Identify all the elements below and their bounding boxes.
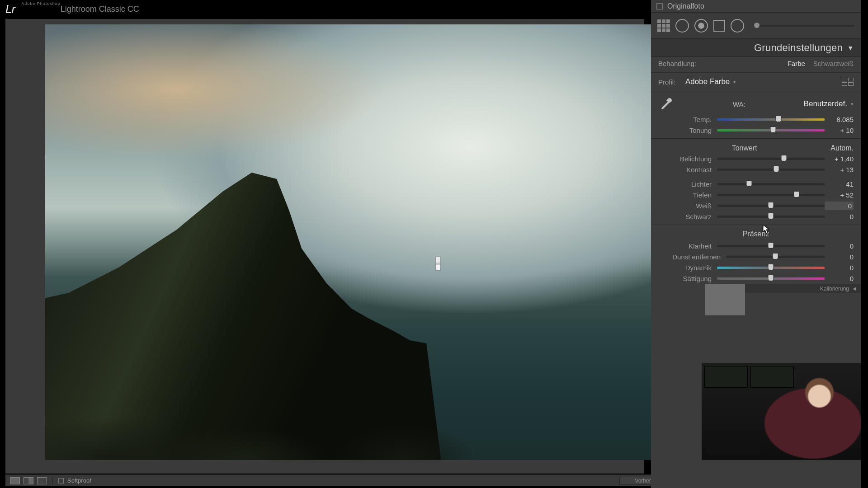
wb-value: Benutzerdef. bbox=[804, 99, 847, 108]
softproof-checkbox[interactable] bbox=[58, 478, 64, 483]
dropdown-icon: ▾ bbox=[851, 101, 854, 107]
clarity-label: Klarheit bbox=[658, 242, 717, 250]
tint-row: Tonung + 10 bbox=[651, 125, 861, 136]
whites-row: Weiß 0 bbox=[651, 200, 861, 211]
vibrance-slider[interactable] bbox=[717, 265, 825, 270]
image-canvas[interactable] bbox=[5, 19, 644, 474]
divider bbox=[52, 477, 53, 484]
temp-label: Temp. bbox=[658, 116, 717, 123]
highlights-row: Lichter – 41 bbox=[651, 178, 861, 189]
photo-foreground bbox=[45, 401, 698, 460]
tint-slider[interactable] bbox=[717, 128, 825, 132]
saturation-value[interactable]: 0 bbox=[825, 275, 854, 282]
temp-value[interactable]: 8.085 bbox=[825, 116, 854, 123]
clarity-slider[interactable] bbox=[717, 244, 825, 248]
tone-label: Tonwert bbox=[658, 144, 830, 152]
edited-photo[interactable] bbox=[45, 24, 698, 460]
dehaze-slider[interactable] bbox=[726, 254, 825, 259]
exposure-value[interactable]: + 1,40 bbox=[825, 155, 854, 163]
dehaze-label: Dunst entfernen bbox=[658, 253, 726, 261]
shadows-slider[interactable] bbox=[717, 192, 825, 197]
tool-strip bbox=[651, 13, 861, 39]
dehaze-value[interactable]: 0 bbox=[825, 253, 854, 261]
spot-removal-icon[interactable] bbox=[675, 19, 689, 33]
wb-select[interactable]: Benutzerdef. ▾ bbox=[804, 99, 854, 108]
shadows-row: Tiefen + 52 bbox=[651, 189, 861, 200]
app-pretitle: Adobe Photoshop bbox=[21, 1, 61, 6]
tone-header-row: Tonwert Autom. bbox=[651, 141, 861, 153]
profile-row: Profil: Adobe Farbe ▾ bbox=[651, 75, 861, 88]
basic-section-header[interactable]: Grundeinstellungen ▼ bbox=[651, 39, 861, 57]
profile-select[interactable]: Adobe Farbe ▾ bbox=[685, 77, 736, 86]
mask-amount-slider[interactable] bbox=[754, 25, 854, 27]
blacks-value[interactable]: 0 bbox=[825, 213, 854, 221]
exposure-slider[interactable] bbox=[717, 156, 825, 161]
originalfoto-row: Originalfoto bbox=[651, 0, 861, 13]
clarity-row: Klarheit 0 bbox=[651, 240, 861, 251]
collapse-icon[interactable]: ▼ bbox=[847, 44, 854, 52]
treatment-row: Behandlung: Farbe Schwarzweiß bbox=[651, 57, 861, 70]
calibration-header[interactable]: Kalibrierung ◀ bbox=[745, 284, 861, 293]
originalfoto-checkbox[interactable] bbox=[656, 3, 663, 9]
exposure-label: Belichtung bbox=[658, 155, 717, 163]
wb-row: WA: Benutzerdef. ▾ bbox=[651, 94, 861, 114]
profile-browser-icon[interactable] bbox=[842, 78, 854, 86]
shadows-label: Tiefen bbox=[658, 191, 717, 199]
contrast-row: Kontrast + 13 bbox=[651, 164, 861, 175]
saturation-row: Sättigung 0 bbox=[651, 273, 861, 284]
highlights-value[interactable]: – 41 bbox=[825, 180, 854, 188]
exposure-row: Belichtung + 1,40 bbox=[651, 153, 861, 164]
presence-label: Präsenz bbox=[658, 230, 854, 238]
webcam-overlay bbox=[702, 363, 861, 460]
eyedropper-icon[interactable] bbox=[658, 96, 675, 112]
dehaze-row: Dunst entfernen 0 bbox=[651, 251, 861, 262]
contrast-value[interactable]: + 13 bbox=[825, 166, 854, 174]
presence-header: Präsenz bbox=[651, 228, 861, 240]
view-survey-icon[interactable] bbox=[37, 477, 47, 484]
app-title: Lightroom Classic CC bbox=[61, 5, 139, 14]
view-compare-icon[interactable] bbox=[24, 477, 33, 484]
vibrance-value[interactable]: 0 bbox=[825, 264, 854, 272]
highlights-slider[interactable] bbox=[717, 182, 825, 186]
gradient-tool-icon[interactable] bbox=[713, 20, 725, 32]
whites-value[interactable]: 0 bbox=[825, 202, 854, 210]
vibrance-label: Dynamik bbox=[658, 264, 717, 272]
canvas-footer: Softproof Vorherige Zurücksetzen bbox=[5, 474, 736, 486]
contrast-label: Kontrast bbox=[658, 166, 717, 174]
redeye-tool-icon[interactable] bbox=[694, 19, 708, 33]
treatment-label: Behandlung: bbox=[658, 60, 696, 67]
auto-button[interactable]: Autom. bbox=[830, 144, 854, 152]
view-single-icon[interactable] bbox=[10, 477, 20, 484]
highlights-label: Lichter bbox=[658, 180, 717, 188]
profile-value: Adobe Farbe bbox=[685, 77, 730, 86]
shadows-value[interactable]: + 52 bbox=[825, 191, 854, 199]
blacks-row: Schwarz 0 bbox=[651, 211, 861, 222]
collapse-icon: ◀ bbox=[853, 286, 856, 291]
whites-label: Weiß bbox=[658, 202, 717, 210]
blacks-slider[interactable] bbox=[717, 214, 825, 219]
basic-section-title: Grundeinstellungen bbox=[754, 42, 843, 54]
dropdown-icon: ▾ bbox=[733, 79, 736, 85]
wb-label: WA: bbox=[675, 100, 804, 108]
vibrance-row: Dynamik 0 bbox=[651, 262, 861, 273]
temp-slider[interactable] bbox=[717, 117, 825, 122]
photo-lighthouse bbox=[436, 257, 440, 270]
whites-slider[interactable] bbox=[717, 203, 825, 208]
originalfoto-label: Originalfoto bbox=[667, 2, 704, 10]
crop-tool-icon[interactable] bbox=[657, 19, 670, 32]
softproof-label: Softproof bbox=[67, 477, 91, 484]
blacks-label: Schwarz bbox=[658, 213, 717, 221]
saturation-label: Sättigung bbox=[658, 275, 717, 282]
temp-row: Temp. 8.085 bbox=[651, 114, 861, 125]
profile-label: Profil: bbox=[658, 78, 685, 86]
app-logo-icon: Lr bbox=[5, 2, 15, 16]
filmstrip-placeholder bbox=[705, 284, 745, 315]
radial-tool-icon[interactable] bbox=[731, 19, 744, 33]
saturation-slider[interactable] bbox=[717, 276, 825, 281]
treatment-color[interactable]: Farbe bbox=[788, 60, 805, 67]
tint-value[interactable]: + 10 bbox=[825, 127, 854, 134]
contrast-slider[interactable] bbox=[717, 167, 825, 172]
treatment-bw[interactable]: Schwarzweiß bbox=[813, 60, 854, 67]
calibration-label: Kalibrierung bbox=[820, 286, 849, 292]
clarity-value[interactable]: 0 bbox=[825, 242, 854, 250]
